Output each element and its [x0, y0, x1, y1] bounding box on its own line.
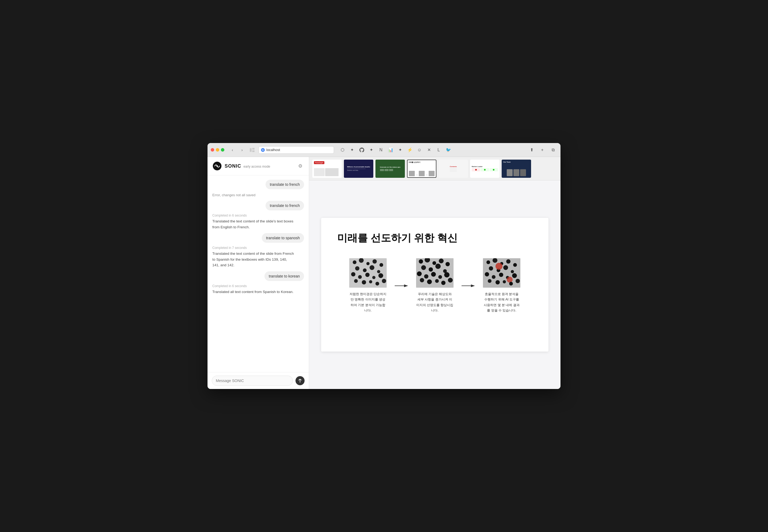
svg-rect-2 [252, 150, 255, 150]
svg-point-60 [485, 272, 489, 276]
slide-caption-2: 푸리에 기술은 해상도와 세부 사항을 증가시켜 이미지의 선명도를 향상시킵니… [416, 291, 454, 313]
chat-input-area [208, 372, 309, 389]
address-bar[interactable]: G localhost [259, 146, 334, 154]
new-tab-icon[interactable]: + [538, 146, 547, 154]
slide-main: 미래를 선도하기 위한 혁신 [309, 180, 560, 389]
svg-point-71 [516, 279, 520, 283]
svg-point-64 [512, 273, 517, 278]
svg-point-54 [506, 259, 510, 264]
share-btn[interactable]: ⬆ [527, 146, 536, 154]
user-message-4: translate to korean [264, 271, 304, 281]
svg-point-35 [429, 267, 433, 272]
chat-input[interactable] [212, 376, 293, 386]
arrow-2 [462, 283, 475, 288]
lightning-icon[interactable]: ⚡ [406, 146, 414, 154]
svg-rect-0 [250, 148, 252, 152]
slides-panel: ParaSight Millions of preventable deaths… [309, 157, 560, 389]
svg-point-40 [431, 272, 436, 277]
svg-point-5 [216, 165, 218, 167]
forward-button[interactable]: › [238, 146, 246, 154]
smiley-icon[interactable]: ☺ [415, 146, 424, 154]
share-icon[interactable]: ⬡ [338, 146, 347, 154]
slide-thumb-6[interactable]: Market Leader [470, 160, 500, 178]
slide-caption-3: 효율적으로 원격 분석을 수행하기 위해 AI 도구를 사용하면 몇 분 내에 … [483, 291, 520, 313]
svg-point-55 [513, 263, 517, 267]
svg-point-23 [369, 280, 372, 283]
ai-icon[interactable]: ✦ [348, 146, 356, 154]
svg-point-68 [496, 280, 500, 284]
completion-time-1: Completed in 6 seconds [212, 214, 295, 217]
svg-point-38 [417, 271, 422, 276]
x-icon[interactable]: ✕ [425, 146, 433, 154]
svg-point-16 [351, 272, 355, 276]
main-area: SONIC early access mode ⚙ translate to f… [208, 157, 560, 389]
svg-point-39 [424, 274, 428, 279]
svg-point-45 [435, 279, 439, 283]
svg-point-42 [444, 272, 450, 277]
slide-thumb-1[interactable]: ParaSight [312, 160, 342, 178]
svg-point-32 [439, 259, 444, 263]
svg-point-66 [507, 277, 513, 283]
svg-point-14 [370, 265, 374, 270]
send-button[interactable] [295, 376, 305, 385]
slide-images-row: 저렴한 현미경은 단순하지만 명확한 이미지를 생성하여 기본 분석이 가능합니… [337, 258, 532, 313]
bird-icon[interactable]: 🐦 [444, 146, 453, 154]
svg-point-33 [446, 262, 450, 266]
slide-image-1 [349, 258, 387, 288]
svg-point-31 [432, 261, 436, 265]
ai2-icon[interactable]: ✦ [367, 146, 376, 154]
slide-thumb-5[interactable]: Contents [439, 160, 468, 178]
toolbar-icons: ⬡ ✦ ✦ N 📊 ✦ ⚡ ☺ ✕ L 🐦 [338, 146, 453, 154]
svg-point-11 [379, 263, 383, 267]
svg-point-24 [375, 282, 379, 286]
svg-point-69 [503, 280, 506, 283]
app-title: SONIC [225, 163, 241, 169]
github-icon[interactable] [358, 146, 366, 154]
notion-icon[interactable]: N [377, 146, 385, 154]
svg-point-18 [365, 273, 370, 277]
windows-icon[interactable]: ⧉ [549, 146, 557, 154]
star-icon[interactable]: ✦ [396, 146, 405, 154]
slide-thumb-7[interactable]: Our Team [502, 160, 531, 178]
svg-point-41 [438, 275, 442, 279]
svg-point-29 [419, 259, 423, 264]
svg-point-43 [420, 278, 424, 282]
completion-block-3: Completed in 6 seconds Translated all te… [212, 284, 293, 295]
completion-text-1: Translated the text content of the slide… [212, 218, 295, 230]
svg-point-12 [355, 266, 359, 271]
svg-point-59 [511, 270, 514, 273]
titlebar: ‹ › G localhost ⬡ ✦ ✦ N 📊 ✦ [208, 143, 560, 157]
letter-icon[interactable]: L [435, 146, 443, 154]
svg-point-67 [488, 279, 491, 283]
svg-point-36 [435, 264, 441, 269]
svg-marker-27 [404, 284, 408, 287]
svg-point-21 [354, 279, 358, 283]
completion-time-2: Completed in 7 seconds [212, 246, 295, 250]
svg-point-70 [509, 282, 513, 286]
chart-icon[interactable]: 📊 [386, 146, 395, 154]
completion-time-3: Completed in 6 seconds [212, 284, 293, 288]
minimize-button[interactable] [216, 148, 219, 152]
svg-rect-3 [252, 151, 255, 152]
svg-point-44 [427, 279, 432, 284]
user-message-1: translate to french [266, 180, 304, 189]
arrow-1 [395, 283, 408, 288]
maximize-button[interactable] [221, 148, 224, 152]
svg-point-61 [492, 275, 496, 279]
svg-point-25 [382, 279, 386, 283]
slide-thumb-2[interactable]: Millions of preventable deaths Statistic… [344, 160, 373, 178]
settings-icon[interactable]: ⚙ [297, 162, 304, 170]
back-button[interactable]: ‹ [229, 146, 236, 154]
traffic-lights [211, 148, 224, 152]
sidebar-toggle-icon[interactable] [248, 146, 256, 154]
favicon: G [261, 148, 265, 152]
slide-thumb-4[interactable]: 미래를 선도하기 → → [407, 160, 436, 178]
svg-point-10 [373, 259, 377, 264]
svg-marker-49 [471, 284, 475, 287]
svg-point-65 [496, 263, 502, 270]
slide-image-block-1: 저렴한 현미경은 단순하지만 명확한 이미지를 생성하여 기본 분석이 가능합니… [347, 258, 389, 313]
slide-thumb-3[interactable]: Innovate on the status quo [375, 160, 405, 178]
close-button[interactable] [211, 148, 214, 152]
error-message: Error, changes not all saved [212, 192, 255, 198]
user-message-2: translate to french [266, 201, 304, 210]
